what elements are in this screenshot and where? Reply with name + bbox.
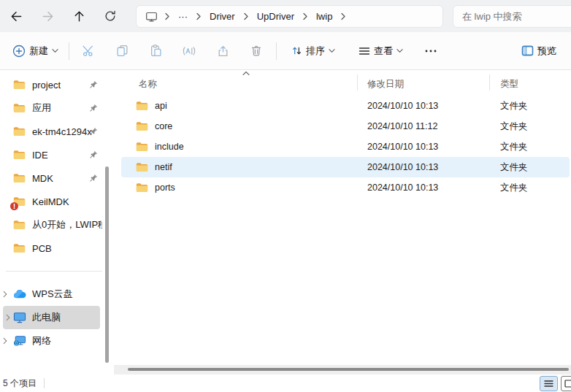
column-header-date[interactable]: 修改日期: [367, 78, 404, 91]
sidebar-item-lwip-porting[interactable]: 从0开始，LWIP移: [0, 213, 102, 237]
file-date: 2024/10/10 10:13: [367, 162, 438, 172]
file-name: core: [155, 121, 172, 131]
column-headers: 名称 修改日期 类型: [114, 70, 571, 95]
file-type: 文件夹: [500, 100, 528, 112]
file-date: 2024/10/10 10:13: [367, 101, 438, 111]
up-button[interactable]: [66, 4, 91, 28]
breadcrumb-item-driver[interactable]: Driver: [204, 9, 241, 24]
sidebar-item-keilmdk[interactable]: KeilMDK: [0, 190, 102, 213]
view-button[interactable]: 查看: [353, 39, 409, 64]
chevron-right-icon[interactable]: [2, 337, 8, 345]
sort-icon: [291, 45, 302, 56]
folder-icon: [136, 182, 148, 193]
sidebar-item-label: 此电脑: [32, 311, 61, 324]
share-button[interactable]: [208, 39, 237, 64]
new-button[interactable]: 新建: [7, 39, 64, 64]
refresh-button[interactable]: [98, 4, 123, 28]
rename-button[interactable]: [175, 39, 204, 64]
large-icons-view-button[interactable]: [561, 376, 571, 391]
toolbar-divider: [276, 42, 277, 60]
preview-button-label: 预览: [537, 45, 556, 58]
copy-button[interactable]: [107, 39, 137, 64]
sidebar-item-apps[interactable]: 应用: [0, 96, 102, 120]
breadcrumb-item-lwip[interactable]: lwip: [310, 9, 338, 24]
sidebar-item-this-pc[interactable]: 此电脑: [3, 306, 100, 329]
file-name: include: [155, 142, 184, 152]
file-rows: api 2024/10/10 10:13 文件夹 core 2024/10/10…: [121, 96, 570, 198]
view-button-label: 查看: [374, 45, 393, 58]
sidebar-item-label: 应用: [32, 101, 51, 115]
share-icon: [217, 45, 229, 57]
chevron-right-icon: [195, 12, 202, 20]
new-button-label: 新建: [29, 45, 48, 58]
breadcrumb-ellipsis[interactable]: ···: [172, 9, 193, 24]
ellipsis-icon: [424, 49, 437, 53]
file-row-ports[interactable]: ports 2024/10/10 10:13 文件夹: [121, 177, 570, 198]
sidebar-item-pcb[interactable]: PCB: [0, 237, 102, 260]
toolbar-divider: [69, 42, 69, 60]
address-bar[interactable]: ··· Driver UpDriver lwip: [136, 5, 443, 28]
column-header-type[interactable]: 类型: [500, 78, 518, 91]
scissors-icon: [83, 45, 95, 57]
preview-button[interactable]: 预览: [516, 39, 562, 64]
column-divider[interactable]: [357, 74, 358, 91]
sidebar-item-label: 从0开始，LWIP移: [32, 218, 102, 231]
sidebar-item-label: MDK: [32, 173, 53, 184]
cut-button[interactable]: [74, 39, 103, 64]
chevron-down-icon: [52, 48, 58, 53]
file-row-include[interactable]: include 2024/10/10 10:13 文件夹: [121, 137, 570, 157]
pin-icon: [88, 104, 98, 113]
back-icon: [9, 9, 23, 23]
paste-button[interactable]: [141, 39, 170, 64]
folder-icon: [13, 103, 26, 113]
chevron-right-icon: [302, 12, 309, 20]
sidebar-item-mdk[interactable]: MDK: [0, 166, 102, 190]
breadcrumb-item-updriver[interactable]: UpDriver: [251, 9, 300, 24]
chevron-right-icon[interactable]: [5, 314, 11, 321]
status-divider: [44, 378, 45, 388]
sidebar-item-ide[interactable]: IDE: [0, 143, 102, 166]
sidebar-scrollbar[interactable]: [105, 166, 109, 363]
file-type: 文件夹: [500, 120, 528, 133]
more-options-button[interactable]: [418, 39, 444, 64]
folder-icon: [136, 142, 148, 152]
folder-icon: [136, 101, 148, 111]
chevron-right-icon[interactable]: [2, 291, 8, 298]
file-name: ports: [155, 182, 175, 193]
search-input[interactable]: [453, 6, 571, 27]
sidebar-divider: [6, 271, 102, 272]
horizontal-scrollbar-thumb[interactable]: [128, 368, 569, 371]
folder-icon: [13, 243, 26, 253]
sidebar-item-label: IDE: [32, 150, 48, 161]
column-divider[interactable]: [489, 74, 490, 91]
file-row-api[interactable]: api 2024/10/10 10:13 文件夹: [121, 96, 570, 116]
sidebar-item-label: project: [32, 80, 61, 91]
sidebar-item-project[interactable]: project: [0, 73, 102, 96]
sidebar-item-ek-tm4c1294x[interactable]: ek-tm4c1294x: [0, 120, 102, 143]
trash-icon: [250, 45, 262, 57]
monitor-icon: [13, 312, 26, 323]
search-box: [453, 5, 571, 28]
plus-circle-icon: [12, 45, 26, 58]
this-pc-icon[interactable]: [141, 9, 162, 25]
forward-button[interactable]: [35, 4, 60, 28]
chevron-right-icon: [164, 12, 171, 20]
refresh-icon: [104, 9, 117, 23]
folder-icon: [13, 126, 26, 137]
folder-icon: [136, 162, 148, 172]
large-icons-view-icon: [564, 380, 571, 388]
chevron-down-icon: [329, 48, 335, 53]
sort-button[interactable]: 排序: [286, 39, 341, 64]
column-header-name[interactable]: 名称: [139, 78, 157, 91]
sidebar-item-wps-cloud[interactable]: WPS云盘: [0, 283, 102, 306]
sidebar-item-network[interactable]: 网络: [0, 329, 102, 353]
file-type: 文件夹: [500, 161, 528, 174]
details-view-button[interactable]: [540, 376, 558, 391]
file-row-netif[interactable]: netif 2024/10/10 10:13 文件夹: [121, 157, 570, 177]
item-count: 5 个项目: [3, 377, 37, 390]
horizontal-scrollbar[interactable]: [114, 365, 571, 374]
file-row-core[interactable]: core 2024/10/10 11:12 文件夹: [121, 116, 570, 137]
file-date: 2024/10/10 10:13: [367, 182, 438, 193]
back-button[interactable]: [4, 4, 28, 28]
delete-button[interactable]: [242, 39, 271, 64]
